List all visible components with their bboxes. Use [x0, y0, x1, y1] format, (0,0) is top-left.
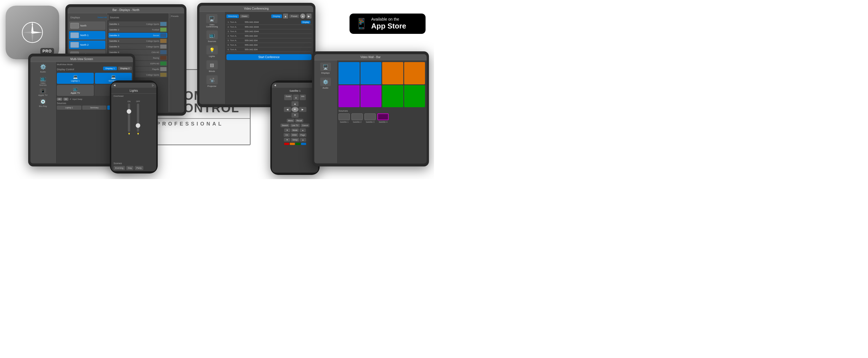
ch-btn[interactable]: Ch: [284, 133, 290, 137]
slider-container: ON 💡 OFF 💡: [114, 98, 154, 137]
red-btn[interactable]: [284, 143, 289, 145]
livetv-btn[interactable]: Live TV: [290, 123, 300, 127]
nav-apple-tv[interactable]: 📱 Apple TV: [32, 88, 54, 97]
contact-row: 6. Tom A. 555-342-334: [226, 43, 311, 47]
source-row[interactable]: Satellite 4 College Sports: [108, 38, 167, 44]
day-btn[interactable]: Day: [126, 166, 133, 170]
down-arrow2[interactable]: ▼: [284, 138, 290, 142]
mode-btn[interactable]: Mode: [291, 128, 299, 132]
remote-row-nav2: ▼ Setup ▲: [274, 138, 316, 142]
source-thumb: [160, 61, 166, 65]
dpad-left[interactable]: ◀: [284, 107, 291, 112]
slider-track[interactable]: [128, 104, 130, 132]
vc-controls: Directory Dialer Display ▲ Preset ● ▶: [226, 13, 311, 19]
down-arrow-btn[interactable]: ▼: [284, 128, 290, 132]
2k-btn[interactable]: 2K: [63, 98, 69, 101]
presets-panel: Presets: [169, 13, 184, 112]
nav-audio[interactable]: ⚙️ Audio: [32, 64, 54, 73]
blue-btn[interactable]: [301, 143, 306, 145]
app-store-badge[interactable]: 📱 Available on the App Store: [349, 13, 426, 34]
lights-phone-screen: ◀ ▷ Lights Overhead ON 💡 OFF: [111, 83, 156, 171]
arrow-down-btn[interactable]: ●: [300, 13, 305, 19]
preset-btn[interactable]: Preset: [289, 15, 299, 18]
multiview-header: Multi-View Screen: [30, 56, 133, 62]
vc-title: Video Conferencing: [244, 7, 269, 10]
vc-nav-lights[interactable]: 💡 Lights: [207, 46, 218, 58]
recall-btn[interactable]: Recall: [295, 119, 303, 122]
wall-cell-3[interactable]: [382, 62, 403, 84]
contact-display-btn[interactable]: Display: [301, 21, 310, 24]
party-btn[interactable]: Party: [135, 166, 143, 170]
vw-source-1[interactable]: Satellite 1: [339, 113, 350, 123]
projector-icon: 📽️: [207, 75, 218, 84]
arrow-up-btn[interactable]: ▲: [283, 13, 288, 19]
vw-body: 🖥️ Displays ⚙️ Audio: [314, 60, 427, 163]
info-btn[interactable]: Info: [300, 94, 306, 100]
dish-btn[interactable]: DISH: [291, 133, 298, 137]
slider-thumb[interactable]: [127, 109, 131, 114]
menu-btn[interactable]: Menu: [287, 119, 294, 122]
source-row-selected[interactable]: Satellite 3 Soccer: [108, 33, 167, 38]
up-arrow[interactable]: ▲: [293, 94, 299, 100]
cancel-btn[interactable]: Cancel: [301, 123, 310, 127]
slider-track2[interactable]: [137, 104, 139, 132]
display-btn[interactable]: Display: [271, 15, 282, 18]
vw-nav-displays[interactable]: 🖥️ Displays: [320, 63, 331, 74]
orange-btn[interactable]: [290, 143, 295, 145]
src-laptop1[interactable]: Laptop 1: [57, 106, 82, 110]
wall-cell-6[interactable]: [361, 85, 382, 108]
4k-btn[interactable]: 4K: [57, 98, 62, 101]
dpad-down[interactable]: ▼: [291, 113, 299, 118]
wall-cell-2[interactable]: [361, 62, 382, 84]
scenes-section: Scenes Evening Day Party: [111, 161, 156, 171]
wall-cell-7[interactable]: [382, 85, 403, 108]
cell-laptop1[interactable]: 💻 Laptop 1: [57, 73, 94, 84]
display-item-north2[interactable]: North 2: [69, 40, 105, 49]
display2-btn[interactable]: Display 2: [118, 66, 132, 70]
up-arrow2[interactable]: ▲: [300, 138, 306, 142]
wall-cell-8[interactable]: [404, 85, 425, 108]
guide-btn[interactable]: Guide: [284, 94, 292, 100]
vw-nav-audio[interactable]: ⚙️ Audio: [320, 78, 331, 89]
vc-nav-videoconf[interactable]: 🖥️ VideoConferencing: [206, 14, 218, 28]
source-row[interactable]: Satellite 1 College Sports: [108, 22, 167, 27]
vc-nav-projector[interactable]: 📽️ Projector: [207, 75, 218, 87]
setup-btn[interactable]: Setup: [291, 138, 299, 142]
slider-thumb2[interactable]: [136, 123, 140, 128]
up-arrow-btn[interactable]: ▲: [300, 128, 306, 132]
cell-apple-tv[interactable]: 📺 Apple TV: [57, 85, 94, 96]
page-btn[interactable]: Page: [299, 133, 306, 137]
nav-blu-ray[interactable]: 💿 Blu-Ray: [32, 99, 54, 108]
laptop2-icon: 💻: [96, 75, 131, 79]
green-btn[interactable]: [296, 143, 301, 145]
nav-video-sources[interactable]: 📺 VideoSources: [32, 75, 54, 86]
evening-btn[interactable]: Evening: [114, 166, 125, 170]
dialer-btn[interactable]: Dialer: [240, 15, 249, 18]
wall-cell-4[interactable]: [404, 62, 425, 84]
dpad-center[interactable]: ❤: [291, 107, 299, 112]
svg-marker-4: [22, 31, 32, 33]
arrow-right-btn[interactable]: ▶: [306, 13, 311, 19]
dpad-up[interactable]: ▲: [291, 101, 299, 106]
scene-buttons: Evening Day Party: [114, 166, 154, 170]
start-conference-btn[interactable]: Start Conference: [226, 54, 311, 60]
vc-nav-blinds[interactable]: ▤ Blinds: [207, 60, 218, 73]
badge-line1: Available on the: [371, 17, 406, 22]
on-slider: ON 💡: [128, 101, 131, 135]
wall-cell-5[interactable]: [339, 85, 360, 108]
source-row[interactable]: Satellite 5 College Sports: [108, 44, 167, 49]
search-btn[interactable]: Search: [280, 123, 289, 127]
dpad-right[interactable]: ▶: [299, 107, 306, 112]
src-seminary[interactable]: Seminary: [82, 106, 107, 110]
wall-cell-1[interactable]: [339, 62, 360, 84]
source-row[interactable]: Satellite 2 Football: [108, 27, 167, 32]
vc-nav-sources[interactable]: 📺 Sources: [207, 30, 218, 43]
vw-source-2[interactable]: Satellite 2: [351, 113, 363, 123]
bar-displays-header: Bar - Displays - North: [68, 7, 184, 13]
vw-source-4[interactable]: Satellite 4: [377, 113, 389, 123]
directory-btn[interactable]: Directory: [226, 15, 239, 18]
display-item[interactable]: North: [69, 22, 105, 30]
display1-btn[interactable]: Display 1: [103, 66, 117, 70]
vw-source-3[interactable]: Satellite 3: [365, 113, 376, 123]
display-item-selected[interactable]: North 1: [69, 31, 105, 39]
